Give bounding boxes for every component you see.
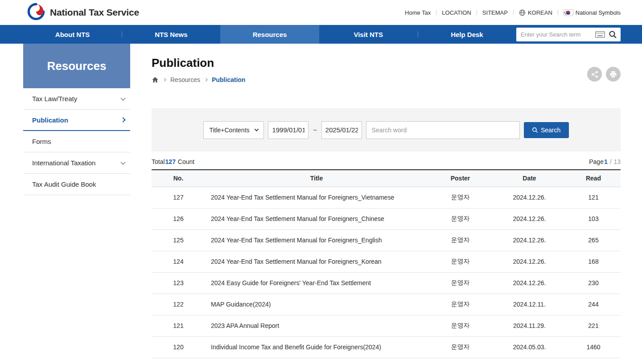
home-icon[interactable]	[152, 77, 159, 83]
breadcrumb: Resources Publication	[152, 76, 621, 84]
row-no: 124	[152, 251, 205, 272]
count-label: Count	[178, 158, 194, 165]
row-title-link[interactable]: 2024 Year-End Tax Settlement Manual for …	[205, 229, 428, 251]
logo-text: National Tax Service	[50, 7, 139, 18]
print-button[interactable]	[606, 67, 621, 82]
sidebar-item-label: Publication	[32, 116, 68, 124]
search-icon	[532, 127, 538, 133]
utility-national-symbols[interactable]: National Symbols	[564, 9, 621, 16]
chevron-right-icon	[163, 78, 166, 82]
sidebar-item-tax-audit-guide-book[interactable]: Tax Audit Guide Book	[23, 174, 130, 195]
nav-visit-nts[interactable]: Visit NTS	[319, 25, 418, 44]
row-date: 2024.12.26.	[493, 272, 566, 294]
utility-location[interactable]: LOCATION	[442, 9, 471, 16]
row-date: 2024.12.26.	[493, 251, 566, 272]
sidebar-item-publication[interactable]: Publication	[23, 110, 130, 131]
page-divider: /	[610, 158, 612, 165]
row-title-link[interactable]: MAP Guidance(2024)	[205, 294, 428, 315]
row-date: 2024.05.03.	[493, 336, 566, 358]
search-button[interactable]: Search	[524, 122, 569, 138]
row-no: 127	[152, 187, 205, 208]
nav-search-input[interactable]	[521, 31, 593, 38]
row-no: 122	[152, 294, 205, 315]
nts-logo-link[interactable]: National Tax Service	[27, 2, 139, 23]
table-row: 125 2024 Year-End Tax Settlement Manual …	[152, 229, 621, 251]
table-header: No. Title Poster Date Read	[152, 170, 621, 187]
table-row: 126 2024 Year-End Tax Settlement Manual …	[152, 208, 621, 229]
row-poster: 운영자	[428, 208, 493, 229]
row-read: 230	[566, 272, 621, 294]
list-summary: Total127 Count Page1 / 13	[152, 158, 621, 165]
row-read: 1460	[566, 336, 621, 358]
row-read: 103	[566, 208, 621, 229]
row-title-link[interactable]: 2024 Year-End Tax Settlement Manual for …	[205, 187, 428, 208]
utility-home-tax[interactable]: Home Tax	[405, 9, 431, 16]
sidebar-item-label: Forms	[32, 138, 51, 145]
row-no: 121	[152, 315, 205, 336]
col-header-no: No.	[152, 170, 205, 187]
sidebar-item-international-taxation[interactable]: International Taxation	[23, 152, 130, 174]
sidebar-item-label: International Taxation	[32, 159, 95, 167]
share-button[interactable]	[587, 67, 602, 82]
row-poster: 운영자	[428, 294, 493, 315]
nav-about-nts[interactable]: About NTS	[23, 25, 122, 44]
col-header-poster: Poster	[428, 170, 493, 187]
keyword-input[interactable]	[366, 121, 520, 139]
chevron-right-icon	[120, 117, 125, 122]
divider	[558, 10, 558, 15]
sidebar-menu: Tax Law/Treaty Publication Forms Interna…	[23, 88, 130, 195]
utility-language-korean[interactable]: KOREAN	[519, 9, 552, 16]
current-page: 1	[604, 158, 608, 165]
divider	[513, 10, 514, 15]
nav-help-desk[interactable]: Help Desk	[418, 25, 516, 44]
date-from-input[interactable]	[268, 121, 309, 139]
nts-logo-icon	[27, 2, 45, 23]
row-date: 2024.12.26.	[493, 208, 566, 229]
date-to-input[interactable]	[321, 121, 362, 139]
date-range-separator: ~	[313, 127, 317, 134]
virtual-keyboard-icon[interactable]	[595, 31, 605, 38]
row-title-link[interactable]: 2024 Year-End Tax Settlement Manual for …	[205, 208, 428, 229]
total-value: 127	[165, 158, 176, 165]
chevron-down-icon	[120, 95, 125, 100]
table-row: 127 2024 Year-End Tax Settlement Manual …	[152, 187, 621, 208]
row-title-link[interactable]: Individual Income Tax and Benefit Guide …	[205, 336, 428, 358]
table-row: 122 MAP Guidance(2024) 운영자 2024.12.11. 2…	[152, 294, 621, 315]
divider	[477, 10, 477, 15]
nav-search-box	[516, 28, 621, 41]
utility-sitemap[interactable]: SITEMAP	[482, 9, 508, 16]
nav-nts-news[interactable]: NTS News	[122, 25, 220, 44]
page-actions	[587, 67, 621, 82]
row-title-link[interactable]: 2024 Year-End Tax Settlement Manual for …	[205, 251, 428, 272]
main-nav: About NTS NTS News Resources Visit NTS H…	[0, 25, 642, 44]
sidebar-item-label: Tax Audit Guide Book	[32, 180, 96, 188]
sidebar-item-forms[interactable]: Forms	[23, 131, 130, 152]
col-header-read: Read	[566, 170, 621, 187]
row-read: 221	[566, 315, 621, 336]
nav-resources[interactable]: Resources	[220, 25, 319, 44]
breadcrumb-resources[interactable]: Resources	[170, 76, 200, 83]
row-poster: 운영자	[428, 229, 493, 251]
row-read: 121	[566, 187, 621, 208]
page-title: Publication	[152, 56, 621, 70]
row-no: 120	[152, 336, 205, 358]
table-row: 123 2024 Easy Guide for Foreigners' Year…	[152, 272, 621, 294]
row-date: 2024.11.29.	[493, 315, 566, 336]
sidebar-title: Resources	[23, 44, 130, 88]
sidebar-item-tax-law-treaty[interactable]: Tax Law/Treaty	[23, 88, 130, 110]
total-count: Total127 Count	[152, 158, 195, 165]
row-title-link[interactable]: 2023 APA Annual Report	[205, 315, 428, 336]
chevron-down-icon	[120, 160, 125, 164]
row-title-link[interactable]: 2024 Easy Guide for Foreigners' Year-End…	[205, 272, 428, 294]
row-no: 123	[152, 272, 205, 294]
row-poster: 운영자	[428, 187, 493, 208]
publication-table: No. Title Poster Date Read 127 2024 Year…	[152, 169, 621, 358]
main-content: Publication Resources Publication	[152, 44, 621, 358]
row-date: 2024.12.26.	[493, 229, 566, 251]
publication-table-body: 127 2024 Year-End Tax Settlement Manual …	[152, 187, 621, 358]
row-no: 126	[152, 208, 205, 229]
search-category-value: Title+Contents	[209, 127, 249, 134]
search-category-select[interactable]: Title+Contents	[203, 121, 264, 139]
nav-search-button[interactable]	[608, 29, 618, 40]
top-header: National Tax Service Home Tax LOCATION S…	[0, 0, 642, 25]
